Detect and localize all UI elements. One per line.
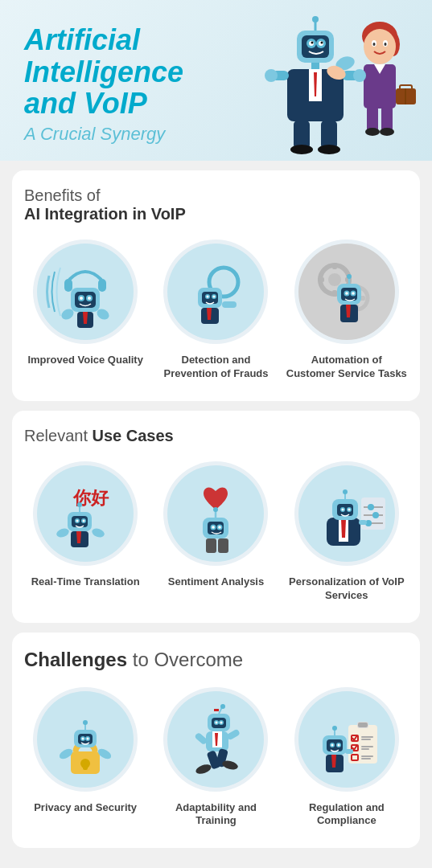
benefit-label-2: Detection and Prevention of Frauds: [154, 354, 277, 381]
benefit-label-3: Automation of Customer Service Tasks: [286, 354, 408, 381]
footer: VOIP STUDIO: [0, 858, 432, 868]
benefit-item-3: Automation of Customer Service Tasks: [286, 240, 408, 381]
svg-point-60: [207, 296, 209, 298]
svg-point-110: [213, 507, 218, 512]
voice-quality-svg: [37, 244, 134, 340]
challenges-title: Challenges to Overcome: [24, 649, 408, 671]
svg-point-183: [331, 743, 333, 746]
benefit-illustration-2: [163, 240, 268, 344]
svg-rect-169: [358, 723, 368, 727]
svg-point-16: [312, 16, 319, 23]
svg-point-31: [265, 69, 278, 82]
svg-rect-40: [64, 279, 72, 292]
svg-rect-111: [206, 538, 216, 553]
challenge-illustration-1: [33, 687, 138, 792]
challenge-illustration-2: [163, 687, 268, 792]
svg-rect-171: [361, 736, 373, 738]
svg-rect-132: [359, 520, 367, 525]
svg-point-116: [368, 504, 374, 510]
privacy-svg: [37, 691, 134, 788]
challenges-grid: Privacy and Security: [24, 687, 408, 829]
benefit-illustration-1: [33, 240, 138, 344]
svg-point-118: [372, 512, 379, 518]
svg-rect-149: [212, 718, 226, 728]
svg-point-6: [385, 43, 387, 46]
challenge-label-2: Adaptability and Training: [154, 801, 277, 829]
svg-point-67: [328, 273, 341, 286]
benefit-illustration-3: [294, 240, 399, 344]
svg-point-35: [290, 145, 313, 154]
challenge-item-2: Adaptability and Training: [154, 687, 277, 829]
svg-point-131: [343, 489, 348, 494]
usecase-item-3: Personalization of VoIP Services: [286, 461, 408, 603]
svg-rect-34: [321, 121, 337, 149]
svg-rect-9: [381, 107, 393, 131]
benefits-section: Benefits of AI Integration in VoIP: [12, 170, 420, 401]
svg-rect-175: [361, 748, 369, 750]
usecase-label-3: Personalization of VoIP Services: [286, 575, 408, 603]
usecases-grid: 你好: [24, 461, 408, 603]
svg-point-2: [364, 29, 396, 64]
fraud-detection-svg: [167, 244, 264, 340]
svg-rect-172: [361, 739, 371, 740]
challenge-item-3: Regulation and Compliance: [286, 687, 408, 829]
svg-point-97: [77, 502, 82, 507]
svg-marker-188: [331, 755, 336, 768]
challenge-label-1: Privacy and Security: [34, 801, 137, 815]
usecase-label-2: Sentiment Analysis: [168, 575, 264, 589]
svg-rect-64: [222, 301, 237, 308]
svg-rect-33: [294, 121, 310, 149]
svg-point-153: [220, 721, 223, 723]
header-title: Artificial Intelligence and VoIP A Cruci…: [24, 24, 235, 145]
svg-point-108: [219, 526, 222, 529]
benefit-label-1: Improved Voice Quality: [27, 354, 143, 367]
usecase-illustration-3: [294, 461, 399, 566]
usecase-label-1: Real-Time Translation: [31, 575, 140, 589]
svg-rect-70: [318, 277, 324, 282]
translation-svg: 你好: [37, 465, 134, 562]
svg-point-94: [76, 519, 79, 522]
svg-rect-41: [98, 279, 106, 292]
svg-point-32: [353, 69, 366, 82]
svg-rect-69: [332, 290, 337, 297]
svg-rect-189: [345, 749, 353, 754]
benefits-grid: Improved Voice Quality: [24, 240, 408, 381]
svg-rect-25: [311, 63, 319, 69]
svg-rect-156: [214, 709, 219, 711]
svg-point-83: [352, 292, 355, 295]
svg-point-24: [321, 42, 323, 44]
svg-rect-136: [83, 764, 88, 770]
svg-rect-112: [218, 538, 228, 553]
svg-point-184: [337, 743, 339, 746]
adaptability-svg: [167, 691, 264, 788]
svg-rect-178: [361, 758, 371, 760]
challenge-item-1: Privacy and Security: [24, 687, 146, 815]
main-title: Artificial Intelligence and VoIP: [24, 24, 235, 120]
svg-point-10: [365, 128, 380, 136]
svg-point-128: [341, 508, 344, 510]
svg-point-95: [83, 519, 85, 522]
svg-point-11: [380, 128, 394, 136]
sentiment-svg: [167, 465, 264, 562]
svg-marker-63: [207, 308, 212, 320]
svg-marker-87: [346, 305, 351, 317]
svg-rect-138: [78, 734, 93, 744]
svg-point-85: [347, 274, 352, 279]
benefits-title: Benefits of AI Integration in VoIP: [24, 186, 408, 223]
usecases-title: Relevant Use Cases: [24, 427, 408, 445]
benefit-item-2: Detection and Prevention of Frauds: [154, 240, 277, 381]
svg-point-166: [298, 691, 395, 788]
usecase-item-1: 你好: [24, 461, 146, 589]
challenge-illustration-3: [294, 687, 399, 792]
svg-point-152: [216, 721, 218, 723]
svg-point-47: [88, 297, 91, 300]
svg-point-129: [348, 508, 350, 510]
svg-point-23: [311, 42, 314, 44]
svg-point-5: [373, 43, 376, 46]
svg-point-186: [332, 726, 337, 731]
usecases-section: Relevant Use Cases 你好: [12, 411, 420, 623]
svg-marker-49: [83, 312, 88, 324]
page: Artificial Intelligence and VoIP A Cruci…: [0, 0, 432, 868]
svg-rect-174: [361, 746, 373, 747]
svg-marker-99: [76, 531, 81, 543]
